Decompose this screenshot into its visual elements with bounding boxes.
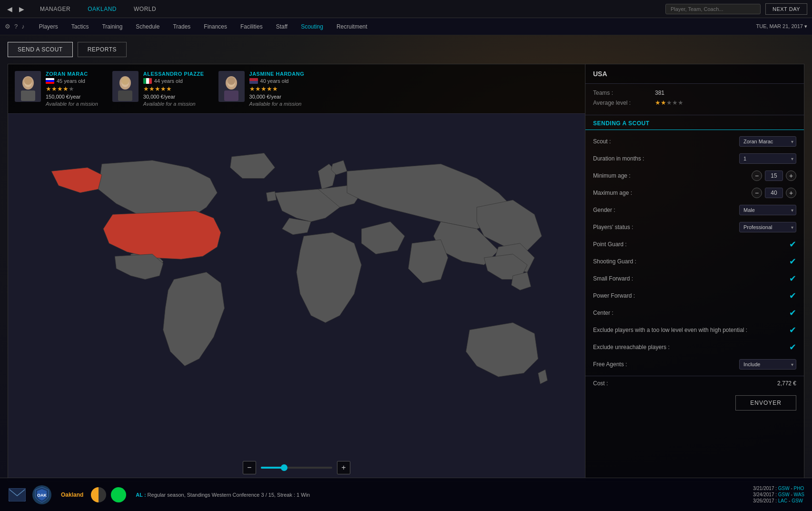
center-checkbox[interactable]: ✔ bbox=[789, 308, 796, 318]
svg-point-4 bbox=[24, 77, 32, 85]
max-age-row: Maximum age : − + bbox=[593, 186, 796, 200]
players-status-label: Players' status : bbox=[593, 224, 739, 230]
nav-links: Players Tactics Training Schedule Trades… bbox=[32, 18, 756, 35]
avg-level-stat-row: Average level : ★★★★★ bbox=[593, 99, 796, 106]
schedule-team-b-2: GSW bbox=[792, 498, 803, 503]
schedule-team-b-0: PHO bbox=[794, 486, 804, 491]
scout-card-1[interactable]: ALESSANDRO PIAZZE 44 years old ★★★★★ 30,… bbox=[112, 71, 204, 107]
scout-flag-0 bbox=[46, 78, 54, 84]
map-zoom-in-button[interactable]: + bbox=[337, 461, 350, 474]
teams-label: Teams : bbox=[593, 90, 655, 96]
scout-avatar-0 bbox=[15, 71, 41, 102]
scout-select-wrapper: Zoran Marac bbox=[739, 136, 796, 147]
max-age-input[interactable] bbox=[765, 188, 783, 198]
bottom-bar: OAK Oakland AL : Regular season, Standin… bbox=[0, 478, 812, 511]
max-age-decrease-button[interactable]: − bbox=[752, 188, 762, 198]
free-agents-select[interactable]: Include bbox=[739, 359, 796, 370]
scout-age-1: 44 years old bbox=[154, 78, 183, 84]
scout-form-label: Scout : bbox=[593, 138, 739, 145]
power-forward-label: Power Forward : bbox=[593, 292, 789, 299]
gender-select[interactable]: Male bbox=[739, 205, 796, 215]
max-age-increase-button[interactable]: + bbox=[786, 188, 796, 198]
search-input[interactable] bbox=[665, 4, 761, 14]
schedule-item-1: 3/24/2017 : GSW - WAS bbox=[753, 492, 804, 497]
mail-icon-wrap[interactable] bbox=[8, 485, 27, 504]
nav-scouting[interactable]: Scouting bbox=[294, 18, 330, 35]
point-guard-checkbox[interactable]: ✔ bbox=[789, 239, 796, 250]
schedule-team-a-2: LAC bbox=[778, 498, 787, 503]
news-label: AL : bbox=[136, 492, 146, 498]
exclude-unreachable-checkbox[interactable]: ✔ bbox=[789, 342, 796, 352]
team-badge-icon[interactable]: OAK bbox=[32, 485, 51, 504]
schedule-team-a-0: GSW bbox=[778, 486, 790, 491]
svg-rect-15 bbox=[9, 488, 26, 501]
tab-world[interactable]: WORLD bbox=[125, 0, 165, 18]
status-circle-form[interactable] bbox=[111, 487, 126, 502]
nav-players[interactable]: Players bbox=[32, 18, 65, 35]
shooting-guard-checkbox[interactable]: ✔ bbox=[789, 256, 796, 267]
min-age-control: − + bbox=[752, 170, 796, 181]
nav-finances[interactable]: Finances bbox=[197, 18, 234, 35]
music-icon[interactable]: ♪ bbox=[21, 23, 25, 30]
scout-flag-2 bbox=[249, 78, 258, 84]
nav-trades[interactable]: Trades bbox=[166, 18, 197, 35]
min-age-increase-button[interactable]: + bbox=[786, 170, 796, 181]
action-buttons: SEND A SCOUT REPORTS bbox=[0, 35, 812, 64]
map-slider-fill bbox=[261, 467, 282, 469]
map-slider-track[interactable] bbox=[261, 467, 332, 469]
min-age-input[interactable] bbox=[765, 170, 783, 181]
players-status-select[interactable]: Professional bbox=[739, 222, 796, 232]
nav-bar: ⚙ ? ♪ Players Tactics Training Schedule … bbox=[0, 18, 812, 35]
svg-rect-7 bbox=[118, 90, 132, 101]
top-bar: ◀ ▶ MANAGER OAKLAND WORLD NEXT DAY bbox=[0, 0, 812, 18]
gender-select-wrapper: Male bbox=[739, 205, 796, 215]
tab-oakland[interactable]: OAKLAND bbox=[79, 0, 125, 18]
main-content: ZORAN MARAC 45 years old ★★★★★ 150,000 €… bbox=[0, 64, 812, 489]
scout-card-2[interactable]: JASMINE HARDANG 40 years old ★★★★★ 30,00… bbox=[218, 71, 305, 107]
nav-tactics[interactable]: Tactics bbox=[65, 18, 96, 35]
help-icon[interactable]: ? bbox=[14, 23, 18, 30]
exclude-low-checkbox[interactable]: ✔ bbox=[789, 325, 796, 335]
next-day-button[interactable]: NEXT DAY bbox=[765, 3, 807, 15]
svg-rect-2 bbox=[21, 90, 35, 101]
team-shield-icon: OAK bbox=[33, 486, 50, 503]
schedule-item-0: 3/21/2017 : GSW - PHO bbox=[753, 486, 804, 491]
scout-name-1: ALESSANDRO PIAZZE bbox=[143, 71, 204, 77]
envoyer-button[interactable]: ENVOYER bbox=[735, 395, 796, 411]
send-scout-button[interactable]: SEND A SCOUT bbox=[8, 42, 73, 57]
duration-select[interactable]: 1 bbox=[739, 153, 796, 164]
settings-icon[interactable]: ⚙ bbox=[5, 23, 10, 30]
cost-label: Cost : bbox=[593, 380, 777, 387]
players-status-select-wrapper: Professional bbox=[739, 222, 796, 232]
nav-recruitment[interactable]: Recruitment bbox=[330, 18, 374, 35]
scout-salary-1: 30,000 €/year bbox=[143, 94, 204, 100]
small-forward-label: Small Forward : bbox=[593, 275, 789, 282]
min-age-decrease-button[interactable]: − bbox=[752, 170, 762, 181]
scout-select[interactable]: Zoran Marac bbox=[739, 136, 796, 147]
region-stats: Teams : 381 Average level : ★★★★★ bbox=[585, 84, 804, 115]
duration-row: Duration in months : 1 bbox=[593, 152, 796, 165]
bottom-icons: OAK bbox=[8, 485, 51, 504]
tab-manager[interactable]: MANAGER bbox=[31, 0, 79, 18]
scout-age-row-2: 40 years old bbox=[249, 78, 305, 84]
reports-button[interactable]: REPORTS bbox=[78, 42, 127, 57]
small-forward-checkbox[interactable]: ✔ bbox=[789, 273, 796, 284]
nav-schedule[interactable]: Schedule bbox=[129, 18, 166, 35]
sending-scout-title: SENDING A SCOUT bbox=[585, 115, 804, 130]
nav-facilities[interactable]: Facilities bbox=[234, 18, 269, 35]
nav-back-button[interactable]: ◀ bbox=[5, 4, 15, 14]
scout-age-0: 45 years old bbox=[57, 78, 85, 84]
power-forward-checkbox[interactable]: ✔ bbox=[789, 291, 796, 301]
nav-staff[interactable]: Staff bbox=[269, 18, 294, 35]
map-zoom-out-button[interactable]: − bbox=[243, 461, 256, 474]
scout-info-1: ALESSANDRO PIAZZE 44 years old ★★★★★ 30,… bbox=[143, 71, 204, 107]
players-status-row: Players' status : Professional bbox=[593, 220, 796, 234]
nav-forward-button[interactable]: ▶ bbox=[17, 4, 27, 14]
status-circle-morale[interactable] bbox=[91, 487, 106, 502]
nav-training[interactable]: Training bbox=[95, 18, 129, 35]
duration-label: Duration in months : bbox=[593, 155, 739, 162]
gender-row: Gender : Male bbox=[593, 203, 796, 217]
scout-card-0[interactable]: ZORAN MARAC 45 years old ★★★★★ 150,000 €… bbox=[15, 71, 98, 107]
map-area[interactable]: − + bbox=[8, 114, 585, 481]
left-panel: ZORAN MARAC 45 years old ★★★★★ 150,000 €… bbox=[8, 64, 585, 481]
